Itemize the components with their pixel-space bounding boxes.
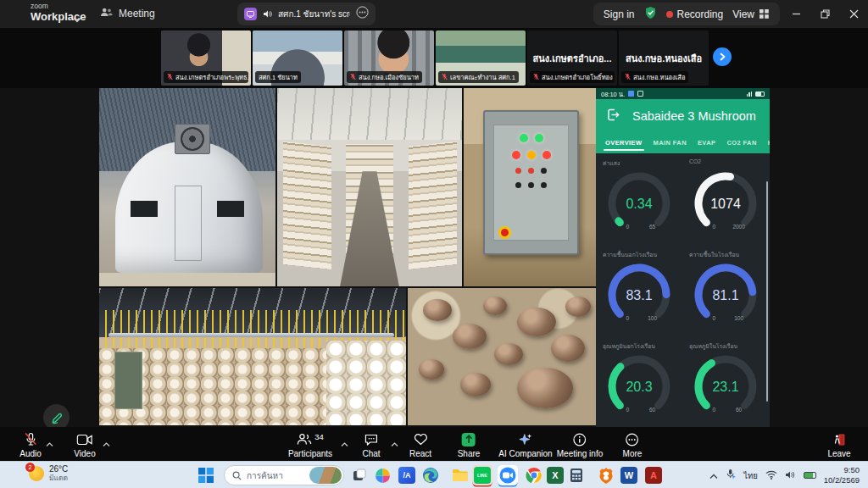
- mushroom-dashboard-app: 08:10 น. Sabaidee 3 Mushroom OVERVIEWMAI…: [596, 88, 770, 427]
- tray-clock[interactable]: 9:50 10/2/2569: [824, 465, 860, 485]
- edge-icon[interactable]: [420, 465, 441, 485]
- shield-check-icon[interactable]: [644, 6, 657, 22]
- tray-mic-icon[interactable]: [726, 468, 736, 483]
- gauge-dial: 107402000: [685, 166, 766, 241]
- leave-icon: [832, 432, 846, 446]
- meeting-tab-label: Meeting: [119, 8, 155, 19]
- ai-companion-label: AI Companion: [498, 449, 552, 458]
- shared-screen-more-icon[interactable]: [356, 6, 369, 22]
- participants-options-chevron[interactable]: [341, 435, 348, 451]
- tray-wifi-icon[interactable]: [765, 468, 777, 483]
- photo-mushroom-racks: [277, 88, 462, 286]
- video-button[interactable]: Video: [74, 432, 95, 458]
- participant-nameplate: เลขาคณะทำงาน สศก.1: [438, 71, 519, 83]
- pencil-icon: [50, 411, 64, 424]
- task-view-icon[interactable]: [349, 465, 370, 485]
- brand-chevron-down-icon[interactable]: [73, 11, 81, 26]
- participants-icon: [297, 433, 312, 446]
- weather-temp: 26°C: [49, 464, 68, 474]
- shared-screen-content: 08:10 น. Sabaidee 3 Mushroom OVERVIEWMAI…: [0, 88, 868, 427]
- word-icon[interactable]: W: [619, 465, 639, 485]
- gauge-dial: 23.1060: [685, 349, 766, 424]
- start-button[interactable]: [196, 465, 216, 485]
- taskbar-weather-widget[interactable]: 2 26°C มีแดด: [29, 464, 68, 482]
- taskbar-search-box[interactable]: การค้นหา: [224, 465, 344, 485]
- recording-label: Recording: [677, 8, 724, 20]
- view-button[interactable]: View: [732, 8, 770, 20]
- sign-in-button[interactable]: Sign in: [604, 8, 635, 20]
- notification-icon: [637, 91, 643, 97]
- gauge-max: 100: [734, 315, 743, 321]
- tray-language[interactable]: ไทย: [743, 469, 758, 482]
- copilot-icon[interactable]: [372, 465, 392, 485]
- chat-options-chevron[interactable]: [391, 435, 398, 451]
- audio-button[interactable]: Audio: [19, 432, 42, 458]
- next-participants-button[interactable]: [713, 47, 732, 66]
- tray-battery-icon[interactable]: [804, 472, 816, 479]
- line-app-icon[interactable]: LINE: [472, 465, 492, 485]
- brave-icon[interactable]: [596, 465, 616, 485]
- dashboard-tab-main-fan: MAIN FAN: [654, 135, 687, 152]
- file-explorer-icon[interactable]: [450, 465, 470, 485]
- battery-icon: [755, 92, 765, 97]
- muted-mic-icon: [167, 73, 173, 82]
- calculator-icon[interactable]: [566, 465, 587, 485]
- participant-display-name: สนง.กษอ.หนองเสือ: [619, 51, 709, 66]
- chat-button[interactable]: Chat: [362, 432, 380, 458]
- participant-nameplate: สนง.กษอ.เมืองชัยนาท: [347, 71, 422, 83]
- share-screen-icon: [462, 433, 476, 446]
- gauge-card: ความชื้นในโรงเรือน81.10100: [682, 247, 769, 339]
- recording-indicator[interactable]: Recording: [666, 8, 724, 20]
- react-button[interactable]: React: [409, 432, 431, 458]
- vent-left: [131, 201, 157, 217]
- minimize-button[interactable]: [782, 0, 810, 28]
- tab-meeting[interactable]: Meeting: [100, 7, 155, 20]
- ai-companion-icon: [519, 432, 533, 446]
- shared-screen-title: สศก.1 ชัยนาท's screen: [278, 8, 350, 20]
- participant-name: สนง.กษอ.หนองเสือ: [633, 72, 685, 82]
- gauge-min: 0: [713, 315, 716, 321]
- video-tiles: สนง.เกษตรอำเภอพระพุทธ...สศก.1 ชัยนาทสนง.…: [161, 30, 709, 86]
- share-label: Share: [458, 449, 481, 458]
- gauge-min: 0: [626, 407, 630, 413]
- leave-button[interactable]: Leave: [827, 432, 850, 458]
- meeting-info-button[interactable]: Meeting info: [557, 432, 603, 458]
- video-options-chevron[interactable]: [103, 435, 110, 451]
- video-tile[interactable]: เลขาคณะทำงาน สศก.1: [436, 30, 526, 86]
- title-bar: zoom Workplace Meeting สศก.1 ชัยนาท's sc…: [0, 0, 868, 28]
- video-tile[interactable]: สนง.กษอ.หนองเสือสนง.กษอ.หนองเสือ: [619, 30, 709, 86]
- gauge-card: อุณหภูมิในโรงเรือน23.1060: [682, 339, 769, 427]
- ai-companion-button[interactable]: AI Companion: [498, 432, 552, 458]
- acrobat-icon[interactable]: A: [643, 465, 664, 485]
- gauge-min: 0: [626, 315, 630, 321]
- gauge-dial: 81.10100: [685, 258, 766, 332]
- tray-speaker-icon[interactable]: [785, 468, 796, 483]
- share-button[interactable]: Share: [458, 432, 481, 458]
- restore-button[interactable]: [810, 0, 839, 28]
- close-button[interactable]: [839, 0, 868, 28]
- audio-options-chevron[interactable]: [46, 435, 53, 451]
- chrome-icon[interactable]: [524, 465, 544, 485]
- participants-button[interactable]: 34 Participants: [288, 432, 332, 458]
- more-button[interactable]: More: [623, 432, 643, 458]
- dashboard-tab-evap: EVAP: [698, 135, 715, 152]
- weather-badge: 2: [25, 463, 35, 472]
- zoom-app-icon[interactable]: [498, 465, 518, 485]
- video-tile[interactable]: สนง.กษอ.เมืองชัยนาท: [344, 30, 434, 86]
- recording-dot-icon: [666, 11, 673, 18]
- search-highlight-image: [309, 467, 342, 484]
- dashboard-tab-overview: OVERVIEW: [605, 135, 643, 152]
- dashboard-scrollbar: [766, 181, 769, 402]
- excel-icon[interactable]: X: [545, 465, 565, 485]
- windows-taskbar: 2 26°C มีแดด การค้นหา /A: [0, 461, 868, 488]
- video-tile[interactable]: สศก.1 ชัยนาท: [253, 30, 342, 86]
- muted-mic-icon: [533, 73, 539, 82]
- shared-screen-indicator[interactable]: สศก.1 ชัยนาท's screen: [237, 3, 376, 25]
- video-tile[interactable]: สนง.เกษตรอำเภอพระพุทธ...: [161, 30, 251, 86]
- zoom-workplace-window: zoom Workplace Meeting สศก.1 ชัยนาท's sc…: [0, 0, 868, 488]
- tray-expand-chevron[interactable]: [709, 468, 718, 483]
- gauge-max: 60: [649, 407, 656, 413]
- search-icon: [232, 471, 242, 480]
- video-tile[interactable]: สนง.เกษตรอำเภอ...สนง.เกษตรอำเภอโพธิ์ทอง: [527, 30, 617, 86]
- app-a-icon[interactable]: /A: [397, 465, 417, 485]
